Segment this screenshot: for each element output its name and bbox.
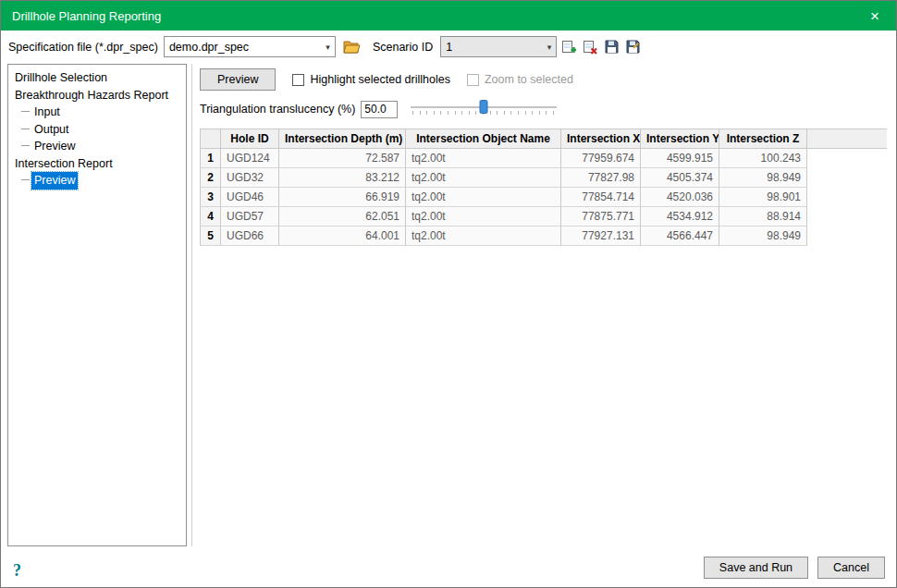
row-number[interactable]: 5 [200, 227, 221, 246]
translucency-input[interactable] [361, 101, 398, 118]
preview-controls-row: Preview Highlight selected drillholes Zo… [200, 68, 889, 91]
cell-x: 77854.714 [561, 188, 641, 207]
cell-depth: 83.212 [279, 168, 406, 188]
footer-buttons: Save and Run Cancel [704, 557, 885, 579]
cell-hole-id: UGD32 [221, 168, 279, 188]
highlight-selected-label: Highlight selected drillholes [310, 73, 449, 86]
scenario-id-value: 1 [446, 41, 452, 54]
zoom-to-selected-label: Zoom to selected [485, 73, 573, 86]
cell-hole-id: UGD66 [221, 227, 279, 246]
chevron-down-icon: ▾ [326, 43, 330, 52]
window-title: Drillhole Planning Reporting [12, 9, 161, 23]
table-row[interactable]: 4 UGD57 62.051 tq2.00t 77875.771 4534.91… [200, 207, 887, 227]
tree-connector [21, 107, 30, 112]
highlight-selected-checkbox[interactable]: Highlight selected drillholes [292, 73, 449, 86]
cell-hole-id: UGD57 [221, 207, 279, 227]
cell-y: 4505.374 [641, 168, 719, 188]
titlebar: Drillhole Planning Reporting × [1, 1, 896, 31]
spec-file-combobox[interactable]: demo.dpr_spec ▾ [164, 36, 336, 57]
save-scenario-button[interactable] [602, 36, 621, 58]
cell-x: 77827.98 [561, 168, 641, 188]
tree-item-input[interactable]: Input [12, 104, 182, 121]
checkbox-icon [292, 74, 304, 86]
cell-y: 4599.915 [641, 149, 719, 168]
table-header-row: Hole ID Intersection Depth (m) Intersect… [200, 129, 887, 149]
save-icon [605, 40, 619, 54]
cell-object-name: tq2.00t [406, 149, 561, 168]
cell-z: 98.949 [719, 227, 807, 246]
tree-item-breakthrough-hazards-report[interactable]: Breakthrough Hazards Report [12, 87, 182, 104]
save-and-run-button[interactable]: Save and Run [704, 557, 808, 579]
cell-depth: 64.001 [279, 227, 406, 246]
header-filler [807, 129, 887, 149]
tree-connector [21, 125, 30, 129]
cell-hole-id: UGD46 [221, 188, 279, 207]
cell-z: 88.914 [719, 207, 807, 227]
translucency-label: Triangulation translucency (%) [200, 103, 355, 116]
column-header-z: Intersection Z [719, 129, 807, 149]
chevron-down-icon: ▾ [547, 43, 552, 52]
new-scenario-button[interactable] [559, 36, 578, 58]
cell-depth: 66.919 [279, 188, 406, 207]
translucency-slider[interactable] [411, 99, 557, 119]
folder-icon [343, 40, 361, 54]
cell-hole-id: UGD124 [221, 149, 279, 168]
new-scenario-icon [561, 40, 576, 55]
browse-spec-file-button[interactable] [341, 36, 363, 58]
row-number[interactable]: 4 [200, 207, 221, 227]
cell-depth: 72.587 [279, 149, 406, 168]
checkbox-icon [467, 74, 479, 86]
table-row[interactable]: 2 UGD32 83.212 tq2.00t 77827.98 4505.374… [200, 168, 887, 188]
cell-depth: 62.051 [279, 207, 406, 227]
zoom-to-selected-checkbox[interactable]: Zoom to selected [467, 73, 573, 86]
cell-object-name: tq2.00t [406, 168, 561, 188]
tree-connector [21, 176, 30, 180]
delete-scenario-icon [583, 40, 597, 55]
row-number[interactable]: 2 [200, 168, 221, 188]
cell-x: 77927.131 [561, 227, 641, 246]
table-row[interactable]: 5 UGD66 64.001 tq2.00t 77927.131 4566.44… [200, 227, 887, 246]
preview-button[interactable]: Preview [200, 68, 276, 91]
cell-z: 98.949 [719, 168, 807, 188]
dialog-window: Drillhole Planning Reporting × Specifica… [0, 0, 897, 588]
save-scenario-as-button[interactable] [623, 36, 642, 58]
column-header-x: Intersection X [561, 129, 641, 149]
cell-y: 4566.447 [641, 227, 719, 246]
table-row[interactable]: 1 UGD124 72.587 tq2.00t 77959.674 4599.9… [200, 149, 887, 168]
scenario-id-combobox[interactable]: 1 ▾ [440, 36, 557, 57]
save-as-icon [626, 40, 640, 54]
row-number[interactable]: 1 [200, 149, 221, 168]
toolbar: Specification file (*.dpr_spec) demo.dpr… [1, 31, 896, 63]
cell-object-name: tq2.00t [406, 227, 561, 246]
main-panel: Preview Highlight selected drillholes Zo… [191, 64, 889, 546]
translucency-row: Triangulation translucency (%) [200, 99, 889, 119]
cell-object-name: tq2.00t [406, 188, 561, 207]
column-header-object-name: Intersection Object Name [406, 129, 561, 149]
column-header-depth: Intersection Depth (m) [279, 129, 406, 149]
cell-x: 77959.674 [561, 149, 641, 168]
delete-scenario-button[interactable] [581, 36, 599, 58]
row-number[interactable]: 3 [200, 188, 221, 207]
cell-z: 98.901 [719, 188, 807, 207]
spec-file-value: demo.dpr_spec [169, 41, 249, 54]
tree-item-preview-intersection[interactable]: Preview [12, 172, 182, 190]
tree-item-intersection-report[interactable]: Intersection Report [12, 155, 182, 173]
row-number-header [200, 129, 221, 149]
help-button[interactable]: ? [13, 561, 21, 581]
cancel-button[interactable]: Cancel [817, 557, 885, 579]
close-button[interactable]: × [865, 6, 885, 26]
cell-y: 4520.036 [641, 188, 719, 207]
scenario-id-label: Scenario ID [373, 41, 433, 54]
column-header-hole-id: Hole ID [221, 129, 279, 149]
tree-item-preview-breakthrough[interactable]: Preview [12, 138, 182, 155]
tree-item-drillhole-selection[interactable]: Drillhole Selection [12, 69, 182, 87]
slider-handle[interactable] [480, 100, 488, 114]
cell-z: 100.243 [719, 149, 807, 168]
cell-y: 4534.912 [641, 207, 719, 227]
navigation-tree: Drillhole Selection Breakthrough Hazards… [7, 64, 187, 546]
column-header-y: Intersection Y [641, 129, 719, 149]
tree-item-output[interactable]: Output [12, 121, 182, 139]
cell-x: 77875.771 [561, 207, 641, 227]
table-row[interactable]: 3 UGD46 66.919 tq2.00t 77854.714 4520.03… [200, 188, 887, 207]
intersection-table: Hole ID Intersection Depth (m) Intersect… [200, 129, 887, 246]
